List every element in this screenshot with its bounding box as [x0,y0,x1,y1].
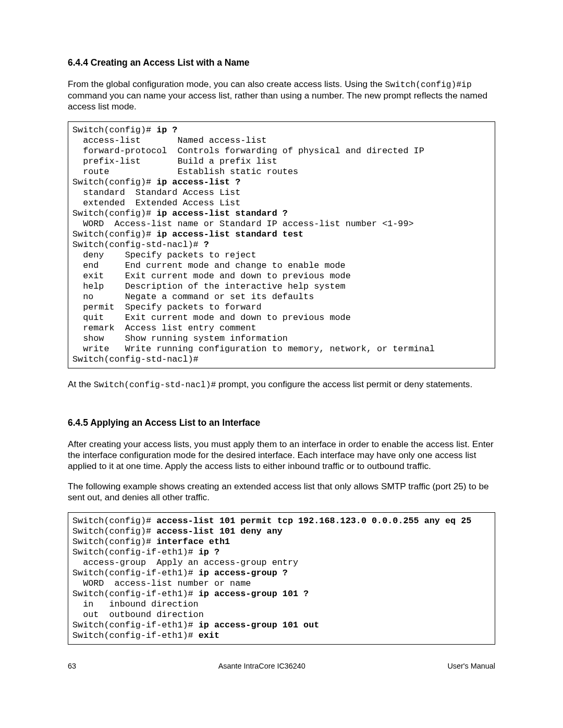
page-footer: 63 Asante IntraCore IC36240 User's Manua… [68,662,495,671]
code-line: remark Access list entry comment [72,323,256,333]
text-fragment: At the [68,379,94,389]
code-line: access-list Named access-list [72,135,267,145]
page-number: 63 [68,662,76,671]
text-fragment: command you can name your access list, r… [68,90,487,112]
code-line: help Description of the interactive help… [72,281,346,291]
code-line: Switch(config)# ip access-list standard … [72,208,288,218]
text-fragment: From the global configuration mode, you … [68,79,385,89]
code-line: Switch(config-if-eth1)# ip access-group … [72,620,319,630]
code-line: Switch(config)# ip access-list standard … [72,229,303,239]
code-line: no Negate a command or set its defaults [72,292,314,302]
code-line: in inbound direction [72,599,199,609]
code-line: Switch(config)# access-list 101 deny any [72,526,283,536]
footer-title: Asante IntraCore IC36240 [218,662,305,671]
code-line: extended Extended Access List [72,198,240,208]
code-line: exit Exit current mode and down to previ… [72,271,351,281]
code-line: route Establish static routes [72,167,298,177]
code-line: deny Specify packets to reject [72,250,256,260]
code-line: Switch(config-if-eth1)# ip access-group … [72,568,288,578]
code-line: quit Exit current mode and down to previ… [72,313,351,323]
code-line: Switch(config-if-eth1)# exit [72,631,219,640]
inline-code: Switch(config)#ip [385,80,472,90]
code-line: show Show running system information [72,334,288,343]
code-block-1: Switch(config)# ip ? access-list Named a… [68,121,495,368]
code-line: standard Standard Access List [72,188,240,198]
code-line: out outbound direction [72,610,204,620]
code-line: Switch(config-if-eth1)# ip ? [72,547,219,557]
code-line: WORD access-list number or name [72,578,251,588]
inline-code: Switch(config-std-nacl)# [94,380,216,390]
code-line: access-group Apply an access-group entry [72,558,298,567]
code-line: Switch(config-std-nacl)# [72,354,199,364]
code-line: Switch(config)# interface eth1 [72,537,230,547]
code-line: WORD Access-list name or Standard IP acc… [72,219,414,229]
code-line: end End current mode and change to enabl… [72,261,346,270]
section-heading-644: 6.4.4 Creating an Access List with a Nam… [68,57,495,68]
code-line: Switch(config-if-eth1)# ip access-group … [72,589,309,599]
section-644-para1: From the global configuration mode, you … [68,79,495,112]
code-line: Switch(config)# ip ? [72,125,177,135]
code-line: prefix-list Build a prefix list [72,156,277,166]
code-line: Switch(config)# ip access-list ? [72,177,240,187]
code-line: Switch(config)# access-list 101 permit t… [72,516,471,526]
code-block-2: Switch(config)# access-list 101 permit t… [68,512,495,645]
code-line: Switch(config-std-nacl)# ? [72,240,209,250]
section-heading-645: 6.4.5 Applying an Access List to an Inte… [68,417,495,428]
footer-right: User's Manual [447,662,495,671]
code-line: forward-protocol Controls forwarding of … [72,146,424,156]
code-line: permit Specify packets to forward [72,302,262,312]
section-645-para1: After creating your access lists, you mu… [68,439,495,472]
section-645-para2: The following example shows creating an … [68,481,495,503]
section-644-para2: At the Switch(config-std-nacl)# prompt, … [68,379,495,390]
code-line: write Write running configuration to mem… [72,344,435,354]
text-fragment: prompt, you configure the access list pe… [216,379,472,389]
